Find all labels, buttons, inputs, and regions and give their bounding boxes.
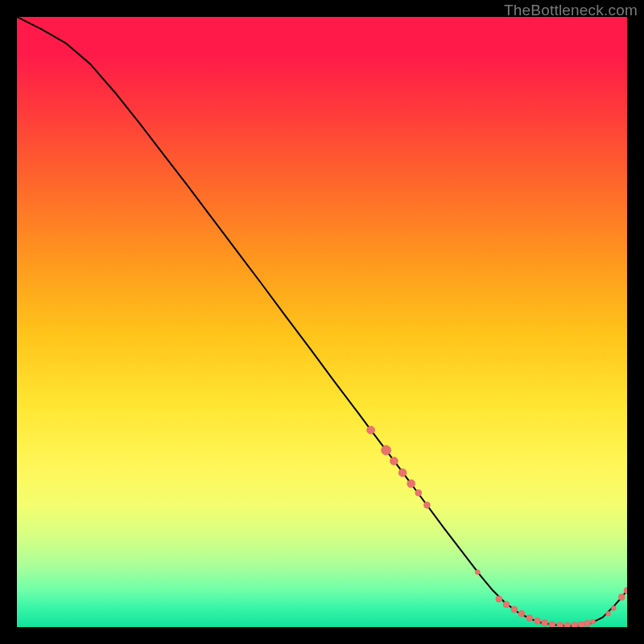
data-point-dot (415, 489, 422, 496)
data-point-dot (557, 622, 564, 627)
data-point-dot (503, 601, 510, 608)
data-point-dot (526, 615, 533, 621)
data-point-dot (518, 610, 525, 617)
data-point-dot (367, 426, 375, 434)
data-point-dot (398, 469, 407, 477)
data-point-dot (511, 606, 518, 613)
chart-frame: TheBottleneck.com (0, 0, 644, 644)
data-point-dot (535, 617, 541, 624)
data-point-dot (572, 622, 578, 627)
data-point-dot (618, 594, 625, 601)
data-point-dot (578, 621, 584, 627)
data-point-dot (611, 606, 616, 611)
data-point-dot (591, 619, 596, 624)
data-point-dot (390, 457, 398, 465)
data-point-dot (423, 502, 430, 508)
data-point-dot (549, 621, 555, 627)
data-point-dot (496, 596, 502, 602)
plot-area (17, 17, 627, 627)
data-point-dot (382, 445, 391, 455)
curve-layer (17, 17, 627, 627)
data-point-dot (584, 620, 591, 626)
data-point-dot (564, 622, 571, 627)
data-point-dot (542, 620, 548, 626)
data-point-dot (407, 480, 415, 488)
data-point-dot (606, 611, 611, 616)
bottleneck-curve (17, 17, 627, 625)
data-point-dot (475, 570, 480, 575)
